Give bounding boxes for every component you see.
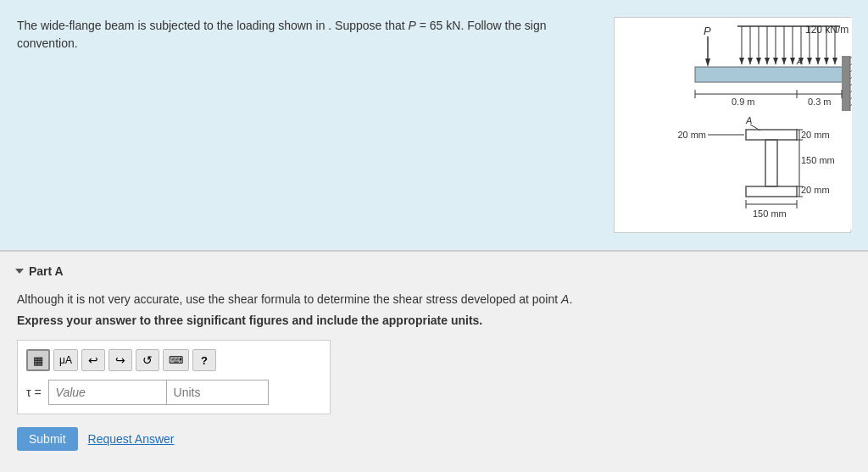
collapse-triangle-icon <box>15 269 24 274</box>
part-header[interactable]: Part A <box>17 264 851 278</box>
reset-button[interactable]: ↺ <box>136 349 159 371</box>
bottom-bar <box>0 468 868 472</box>
tau-label: τ = <box>26 386 42 399</box>
redo-icon: ↪ <box>115 353 125 367</box>
units-input[interactable] <box>167 380 269 405</box>
redo-button[interactable]: ↪ <box>108 349 132 371</box>
submit-button[interactable]: Submit <box>17 427 78 451</box>
mu-a-label: μA <box>59 354 72 366</box>
point-label: A <box>561 292 569 306</box>
input-row: τ = <box>26 380 321 405</box>
help-label: ? <box>201 354 208 367</box>
button-row: Submit Request Answer <box>17 427 851 451</box>
svg-text:20 mm: 20 mm <box>801 185 830 195</box>
problem-section: The wide-flange beam is subjected to the… <box>0 0 868 250</box>
undo-icon: ↩ <box>88 353 98 367</box>
part-section: Part A Although it is not very accurate,… <box>0 252 868 468</box>
matrix-icon: ▦ <box>33 354 43 367</box>
svg-text:20 mm: 20 mm <box>677 130 706 140</box>
value-input[interactable] <box>48 380 167 405</box>
svg-text:20 mm: 20 mm <box>801 130 830 140</box>
answer-area: ▦ μA ↩ ↪ ↺ ⌨ <box>17 340 331 414</box>
reset-icon: ↺ <box>142 353 153 367</box>
svg-rect-0 <box>615 18 852 230</box>
svg-text:150 mm: 150 mm <box>801 155 835 165</box>
main-container: The wide-flange beam is subjected to the… <box>0 0 868 472</box>
matrix-button[interactable]: ▦ <box>26 349 50 371</box>
svg-text:120 kN/m: 120 kN/m <box>805 24 849 36</box>
svg-text:P: P <box>704 25 711 37</box>
undo-button[interactable]: ↩ <box>81 349 105 371</box>
help-button[interactable]: ? <box>192 349 216 371</box>
problem-text: The wide-flange beam is subjected to the… <box>17 17 614 53</box>
mu-a-button[interactable]: μA <box>53 349 78 371</box>
keyboard-icon: ⌨ <box>169 354 183 366</box>
express-instruction: Express your answer to three significant… <box>17 314 851 327</box>
part-description: Although it is not very accurate, use th… <box>17 291 851 308</box>
svg-text:0.9 m: 0.9 m <box>732 97 755 107</box>
svg-rect-30 <box>695 67 843 82</box>
svg-text:A: A <box>796 56 803 66</box>
keyboard-button[interactable]: ⌨ <box>163 349 189 371</box>
toolbar: ▦ μA ↩ ↪ ↺ ⌨ <box>26 349 321 371</box>
svg-text:150 mm: 150 mm <box>753 208 787 219</box>
beam-diagram-svg: 120 kN/m <box>615 18 852 230</box>
diagram-box: 120 kN/m <box>614 17 851 233</box>
svg-text:0.3 m: 0.3 m <box>808 97 832 107</box>
request-answer-button[interactable]: Request Answer <box>88 432 175 446</box>
svg-text:A: A <box>745 115 752 125</box>
part-title: Part A <box>29 264 64 278</box>
svg-rect-31 <box>842 56 850 111</box>
problem-statement: The wide-flange beam is subjected to the… <box>17 19 547 50</box>
